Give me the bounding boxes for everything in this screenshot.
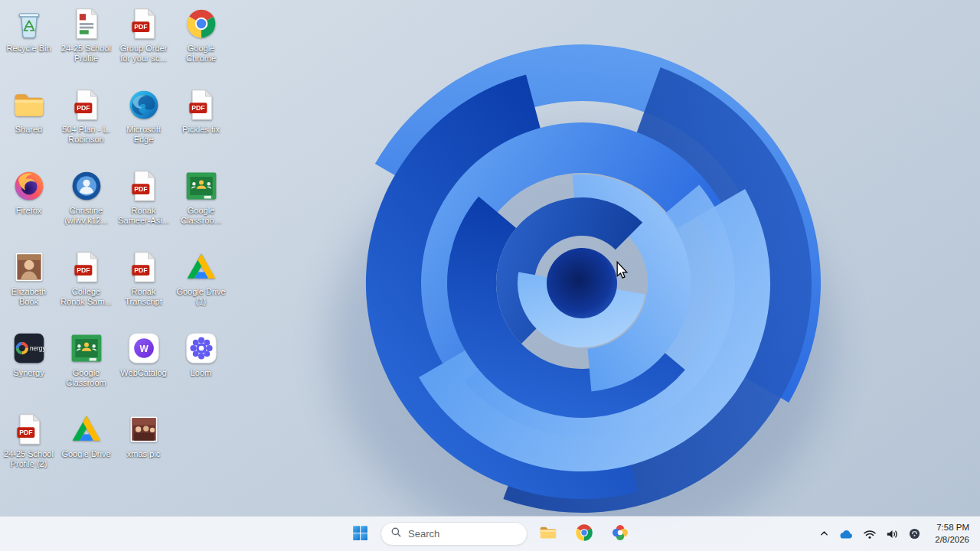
desktop-icon-grid: Recycle BinSharedFirefoxElizabeth Bookne… — [0, 5, 230, 491]
windows-logo-icon — [351, 523, 370, 545]
desktop-icon-label: Group Order for your sc... — [115, 44, 172, 64]
wallpaper-bloom — [253, 23, 880, 543]
desktop-icon-college-ronak-sam[interactable]: PDFCollege Ronak Sam... — [57, 248, 115, 329]
system-tray: 7:58 PM 2/8/2026 — [815, 517, 974, 551]
svg-text:PDF: PDF — [134, 185, 147, 193]
desktop-icon-elizabeth-book[interactable]: Elizabeth Book — [0, 248, 57, 329]
google-classroom-icon — [184, 168, 219, 204]
pdf-icon: PDF — [126, 6, 162, 41]
desktop-icon-label: 504 Plan - L. Robinson — [57, 125, 115, 145]
clock-date: 2/8/2026 — [935, 534, 969, 546]
taskbar-search[interactable] — [381, 522, 528, 546]
desktop-icon-microsoft-edge[interactable]: Microsoft Edge — [115, 86, 172, 167]
desktop-icon-google-classroom[interactable]: Google Classroom — [57, 329, 115, 410]
desktop-icon-label: Google Classroom — [57, 368, 115, 388]
onedrive-icon[interactable] — [835, 525, 858, 543]
google-chrome-icon — [574, 523, 594, 545]
folder-icon — [11, 87, 47, 122]
desktop-icon-christine-wlwv-k12[interactable]: Christine (wlwv.k12... — [57, 167, 115, 248]
desktop-icon-504-plan-l-robinson[interactable]: PDF504 Plan - L. Robinson — [57, 86, 115, 167]
chrome-profile-icon — [69, 168, 104, 204]
pdf-icon: PDF — [69, 249, 104, 285]
desktop-icon-label: Google Drive — [60, 449, 112, 459]
webcatalog-icon: W — [126, 331, 162, 366]
pdf-icon: PDF — [126, 249, 162, 285]
google-chrome-taskbar-button[interactable] — [569, 519, 599, 549]
desktop-icon-label: Microsoft Edge — [115, 125, 172, 145]
file-explorer-icon — [538, 523, 558, 545]
firefox-icon — [11, 168, 47, 204]
desktop-icon-firefox[interactable]: Firefox — [0, 167, 57, 248]
clock-time: 7:58 PM — [935, 522, 969, 534]
desktop-icon-google-drive-1[interactable]: Google Drive (1) — [172, 248, 230, 329]
desktop-icon-ronak-sameer-asi[interactable]: PDFRonak Sameer-Asi... — [115, 167, 172, 248]
desktop-icon-group-order-for-your-sc[interactable]: PDFGroup Order for your sc... — [115, 5, 172, 86]
desktop-icon-label: Firefox — [15, 206, 44, 216]
desktop-icon-google-drive[interactable]: Google Drive — [57, 410, 115, 491]
taskbar: 7:58 PM 2/8/2026 — [0, 516, 980, 551]
mouse-cursor — [616, 261, 629, 282]
desktop-icon-label: Christine (wlwv.k12... — [57, 206, 115, 226]
desktop-icon-label: Synergy — [11, 368, 45, 378]
wifi-icon[interactable] — [859, 525, 880, 543]
desktop-icon-label: xmas pic — [126, 449, 162, 459]
desktop-icon-pickles-tix[interactable]: PDFPickles tix — [172, 86, 230, 167]
file-explorer-taskbar-button[interactable] — [533, 519, 564, 549]
google-drive-icon — [69, 412, 104, 447]
google-classroom-icon — [69, 331, 104, 366]
pdf-icon: PDF — [184, 87, 219, 122]
desktop-icon-label: 24-25 School Profile — [57, 44, 115, 64]
desktop-icon-24-25-school-profile-2[interactable]: PDF24-25 School Profile (2) — [0, 410, 57, 491]
tray-icons-container — [815, 524, 924, 543]
svg-text:PDF: PDF — [19, 429, 32, 436]
search-icon — [390, 527, 402, 541]
desktop-icon-shared[interactable]: Shared — [0, 86, 57, 167]
chevron-up-icon[interactable] — [815, 525, 833, 543]
desktop-icon-webcatalog[interactable]: WWebCatalog — [115, 329, 172, 410]
loom-icon — [184, 331, 219, 366]
google-drive-icon — [184, 249, 219, 285]
start-button[interactable] — [345, 519, 375, 549]
desktop-icon-label: Google Classroo... — [172, 206, 230, 226]
desktop-icon-24-25-school-profile[interactable]: 24-25 School Profile — [57, 5, 115, 86]
desktop-icon-label: Pickles tix — [181, 125, 221, 135]
desktop[interactable]: { "desktop": { "wallpaper": "windows-11-… — [0, 0, 980, 551]
svg-text:PDF: PDF — [77, 104, 90, 112]
desktop-icon-label: Google Chrome — [172, 44, 230, 64]
svg-text:nergy: nergy — [29, 345, 45, 352]
photos-taskbar-button[interactable] — [605, 519, 635, 549]
desktop-icon-label: Loom — [189, 368, 214, 378]
microsoft-edge-icon — [126, 87, 162, 122]
photo-portrait-icon — [11, 249, 47, 285]
desktop-icon-label: Elizabeth Book — [0, 287, 57, 307]
taskbar-center-group — [345, 517, 635, 551]
pdf-icon: PDF — [69, 87, 104, 122]
svg-text:PDF: PDF — [134, 266, 147, 274]
volume-icon[interactable] — [882, 525, 903, 543]
desktop-icon-google-classroo[interactable]: Google Classroo... — [172, 167, 230, 248]
desktop-icon-synergy[interactable]: nergySynergy — [0, 329, 57, 410]
photos-icon — [610, 523, 630, 545]
desktop-icon-ronak-transcript[interactable]: PDFRonak Transcript — [115, 248, 172, 329]
desktop-icon-label: Ronak Sameer-Asi... — [115, 206, 172, 226]
desktop-icon-label: Google Drive (1) — [172, 287, 230, 307]
app-indicator-icon[interactable] — [905, 524, 924, 543]
desktop-icon-google-chrome[interactable]: Google Chrome — [172, 5, 230, 86]
google-chrome-icon — [184, 6, 219, 41]
desktop-icon-label: WebCatalog — [119, 368, 168, 378]
photo-group-icon — [126, 412, 162, 447]
desktop-icon-recycle-bin[interactable]: Recycle Bin — [0, 5, 57, 86]
taskbar-apps — [533, 519, 635, 549]
taskbar-clock[interactable]: 7:58 PM 2/8/2026 — [930, 520, 974, 548]
svg-text:PDF: PDF — [134, 23, 147, 31]
recycle-bin-icon — [11, 6, 47, 41]
svg-text:PDF: PDF — [77, 266, 90, 274]
desktop-icon-xmas-pic[interactable]: xmas pic — [115, 410, 172, 491]
pdf-icon: PDF — [11, 412, 47, 447]
synergy-icon: nergy — [11, 331, 47, 366]
desktop-icon-loom[interactable]: Loom — [172, 329, 230, 410]
desktop-icon-label: Ronak Transcript — [115, 287, 172, 307]
desktop-icon-label: College Ronak Sam... — [57, 287, 115, 307]
search-input[interactable] — [408, 528, 518, 540]
pdf-icon: PDF — [126, 168, 162, 204]
